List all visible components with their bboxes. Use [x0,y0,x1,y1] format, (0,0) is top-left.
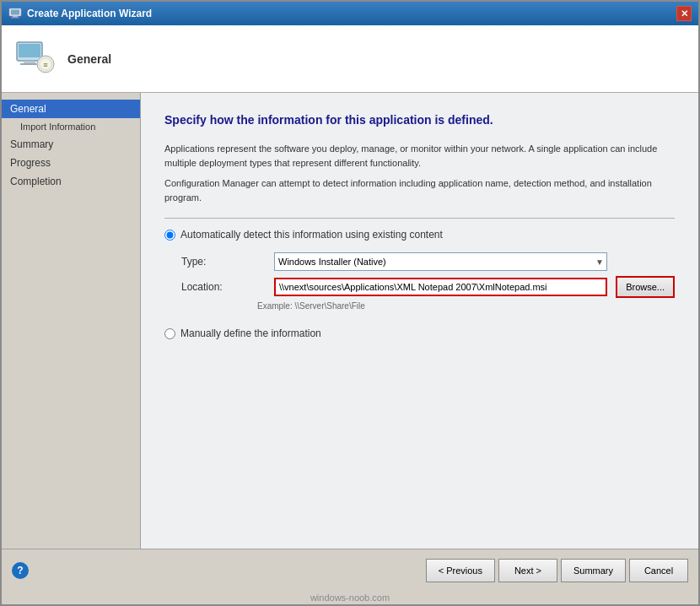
sidebar-item-import-information[interactable]: Import Information [2,118,140,135]
manual-label: Manually define the information [180,327,321,339]
separator [164,218,675,219]
description-para-1: Applications represent the software you … [164,142,675,170]
watermark: windows-noob.com [2,591,698,604]
radio-section: Automatically detect this information us… [164,229,675,339]
auto-detect-label: Automatically detect this information us… [180,229,443,241]
title-bar: Create Application Wizard ✕ [2,2,698,25]
previous-button[interactable]: < Previous [426,559,495,582]
type-label: Type: [181,256,266,268]
svg-rect-5 [19,44,40,57]
location-row: Location: Browse... [181,276,675,298]
next-button[interactable]: Next > [498,559,557,582]
header-icon: ≡ [15,39,56,79]
example-text: Example: \\Server\Share\File [257,301,675,311]
dialog-window: Create Application Wizard ✕ ≡ General Ge… [0,0,700,606]
auto-detect-row: Automatically detect this information us… [164,229,675,241]
type-select-wrapper: Windows Installer (Native) Windows Insta… [274,252,607,271]
cancel-button[interactable]: Cancel [629,559,688,582]
svg-rect-7 [20,63,39,65]
sidebar-item-general[interactable]: General [2,100,140,118]
svg-rect-2 [13,16,18,18]
description-para-2: Configuration Manager can attempt to det… [164,176,675,204]
sidebar: General Import Information Summary Progr… [2,93,141,549]
manual-row: Manually define the information [164,327,675,339]
header-area: ≡ General [2,25,698,93]
sidebar-item-completion[interactable]: Completion [2,172,140,191]
content-area: Specify how the information for this app… [141,93,698,549]
browse-button[interactable]: Browse... [616,276,675,298]
location-input[interactable] [274,278,607,296]
window-title: Create Application Wizard [27,8,152,19]
main-body: General Import Information Summary Progr… [2,93,698,549]
type-select[interactable]: Windows Installer (Native) Windows Insta… [274,252,607,271]
svg-text:≡: ≡ [43,61,47,69]
sidebar-item-progress[interactable]: Progress [2,154,140,172]
title-bar-left: Create Application Wizard [8,7,152,20]
help-icon[interactable]: ? [12,562,29,579]
description-block: Applications represent the software you … [164,142,675,204]
type-row: Type: Windows Installer (Native) Windows… [181,252,675,271]
summary-button[interactable]: Summary [561,559,626,582]
footer-left: ? [12,562,29,579]
location-label: Location: [181,281,266,293]
content-title: Specify how the information for this app… [164,113,675,127]
footer: ? < Previous Next > Summary Cancel [2,549,698,591]
sidebar-item-summary[interactable]: Summary [2,135,140,154]
auto-detect-radio[interactable] [164,230,175,241]
close-button[interactable]: ✕ [676,6,692,21]
window-icon [8,7,22,20]
manual-radio[interactable] [164,328,175,339]
svg-rect-1 [11,10,19,15]
svg-rect-3 [11,18,19,19]
header-title: General [67,52,111,66]
svg-rect-6 [24,61,35,63]
footer-buttons: < Previous Next > Summary Cancel [426,559,688,582]
